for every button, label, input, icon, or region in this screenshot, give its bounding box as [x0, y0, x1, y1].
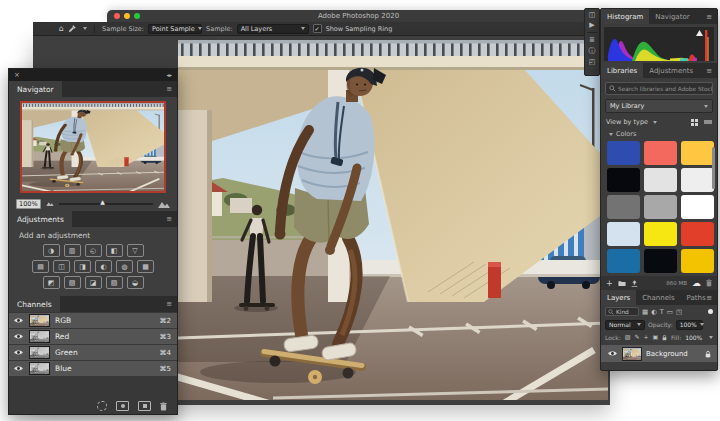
color-swatch[interactable]	[644, 141, 677, 165]
eyedropper-tool-icon[interactable]	[68, 25, 76, 33]
channel-row-green[interactable]: Green⌘4	[9, 345, 177, 360]
zoom-slider-thumb[interactable]: ▲	[100, 198, 105, 205]
invert-icon[interactable]: ◩	[43, 276, 60, 289]
share-library-icon[interactable]	[631, 280, 638, 287]
tab-adjustments[interactable]: Adjustments	[9, 211, 72, 227]
cloud-sync-icon[interactable]: ☁	[692, 279, 701, 288]
layer-thumbnail[interactable]	[622, 347, 642, 361]
threshold-icon[interactable]: ◪	[85, 276, 102, 289]
color-swatch[interactable]	[644, 222, 677, 246]
color-swatch[interactable]	[644, 195, 677, 219]
vibrance-icon[interactable]: ▽	[127, 244, 144, 257]
color-swatch[interactable]	[607, 168, 640, 192]
filter-pixel-layers-icon[interactable]: ▦	[642, 308, 648, 316]
delete-channel-icon[interactable]	[160, 402, 167, 411]
library-select-dropdown[interactable]: My Library	[605, 99, 713, 113]
add-element-icon[interactable]: +	[606, 279, 613, 288]
color-swatch[interactable]	[607, 222, 640, 246]
color-swatch[interactable]	[607, 195, 640, 219]
collapsed-actions-panel-icon[interactable]: ▶	[589, 21, 594, 29]
black-white-icon[interactable]: ◨	[74, 260, 91, 273]
zoom-window-button[interactable]	[134, 13, 140, 19]
lock-image-pixels-icon[interactable]: ✎	[634, 334, 639, 340]
tab-libraries[interactable]: Libraries	[601, 63, 643, 78]
collapsed-info-panel-icon[interactable]: ⓘ	[589, 46, 596, 56]
tab-navigator[interactable]: Navigator	[649, 9, 695, 24]
canvas-photo[interactable]	[178, 40, 608, 400]
brightness-contrast-icon[interactable]: ◑	[43, 244, 60, 257]
color-balance-icon[interactable]: ◫	[53, 260, 70, 273]
tab-adjustments[interactable]: Adjustments	[643, 63, 699, 78]
filter-smart-objects-icon[interactable]: ◳	[676, 308, 682, 316]
panel-menu-icon[interactable]: ≡	[701, 9, 717, 24]
color-swatch[interactable]	[681, 168, 714, 192]
new-channel-icon[interactable]	[138, 401, 151, 411]
filter-shape-layers-icon[interactable]: ▭	[667, 308, 673, 316]
channel-row-red[interactable]: Red⌘3	[9, 329, 177, 344]
visibility-eye-icon[interactable]	[13, 349, 24, 356]
minimize-window-button[interactable]	[124, 13, 130, 19]
sample-size-dropdown[interactable]: Point Sample	[148, 24, 202, 34]
filter-adjustment-layers-icon[interactable]: ◐	[651, 308, 657, 316]
panel-menu-icon[interactable]: ≡	[161, 211, 177, 227]
photo-filter-icon[interactable]: ◐	[95, 260, 112, 273]
gradient-map-icon[interactable]: ▧	[106, 276, 123, 289]
color-swatch[interactable]	[681, 195, 714, 219]
visibility-eye-icon[interactable]	[13, 317, 24, 324]
libraries-search-input[interactable]: Search libraries and Adobe Stock	[605, 82, 713, 95]
zoom-out-icon[interactable]	[46, 201, 54, 206]
close-window-button[interactable]	[114, 13, 120, 19]
channel-row-blue[interactable]: Blue⌘5	[9, 361, 177, 376]
filter-toggle-icon[interactable]	[708, 309, 713, 314]
collapsed-adjustments-panel-icon[interactable]: ≣	[589, 36, 595, 44]
opacity-dropdown[interactable]: 100%	[676, 320, 703, 330]
lock-position-icon[interactable]: +	[643, 334, 648, 340]
zoom-slider[interactable]: ▲	[59, 203, 153, 205]
visibility-eye-icon[interactable]	[13, 333, 24, 340]
panel-menu-icon[interactable]: ≡	[701, 63, 717, 78]
blend-mode-dropdown[interactable]: Normal	[605, 320, 645, 330]
chevron-down-icon[interactable]	[653, 121, 657, 124]
color-swatch[interactable]	[644, 249, 677, 273]
color-swatch[interactable]	[681, 141, 714, 165]
new-group-folder-icon[interactable]	[618, 280, 626, 286]
channel-row-rgb[interactable]: RGB⌘2	[9, 313, 177, 328]
collapse-panel-icon[interactable]: ◂▸	[166, 72, 172, 78]
tab-channels[interactable]: Channels	[636, 290, 680, 305]
layer-locked-icon[interactable]	[705, 350, 711, 358]
tab-histogram[interactable]: Histogram	[601, 9, 649, 24]
collapsed-tool-presets-panel-icon[interactable]: ◰	[589, 58, 596, 66]
lock-all-icon[interactable]	[662, 334, 667, 341]
window-titlebar[interactable]: Adobe Photoshop 2020	[107, 10, 610, 22]
tab-navigator[interactable]: Navigator	[9, 81, 62, 97]
home-icon[interactable]: ⌂	[59, 24, 64, 33]
zoom-in-icon[interactable]	[158, 200, 170, 208]
color-lookup-icon[interactable]: ▦	[137, 260, 154, 273]
sample-layers-dropdown[interactable]: All Layers	[237, 24, 309, 34]
navigator-preview[interactable]	[20, 101, 166, 193]
load-channel-selection-icon[interactable]	[97, 401, 107, 411]
grid-view-icon[interactable]	[691, 119, 698, 126]
lock-transparent-pixels-icon[interactable]: ▨	[625, 334, 631, 340]
tool-preset-caret-icon[interactable]	[83, 27, 87, 30]
exposure-icon[interactable]: ◧	[106, 244, 123, 257]
curves-icon[interactable]: ◵	[85, 244, 102, 257]
close-panel-icon[interactable]: ×	[14, 71, 20, 79]
visibility-eye-icon[interactable]	[607, 350, 618, 357]
color-swatch[interactable]	[681, 222, 714, 246]
list-view-icon[interactable]	[704, 119, 712, 126]
layer-filter-kind-dropdown[interactable]: Kind	[605, 307, 639, 316]
panel-menu-icon[interactable]: ≡	[161, 296, 177, 312]
tab-channels[interactable]: Channels	[9, 296, 60, 312]
colors-section-header[interactable]: Colors	[606, 130, 712, 138]
tab-layers[interactable]: Layers	[601, 290, 636, 305]
delete-library-item-icon[interactable]	[706, 279, 712, 287]
libraries-scrollbar[interactable]	[712, 147, 715, 189]
selective-color-icon[interactable]: ◒	[127, 276, 144, 289]
levels-icon[interactable]: ▥	[64, 244, 81, 257]
panel-menu-icon[interactable]: ≡	[701, 290, 717, 305]
layer-row-background[interactable]: Background	[601, 345, 717, 362]
save-selection-as-channel-icon[interactable]	[116, 401, 129, 411]
color-swatch[interactable]	[681, 249, 714, 273]
lock-artboard-icon[interactable]: ▣	[652, 334, 658, 340]
